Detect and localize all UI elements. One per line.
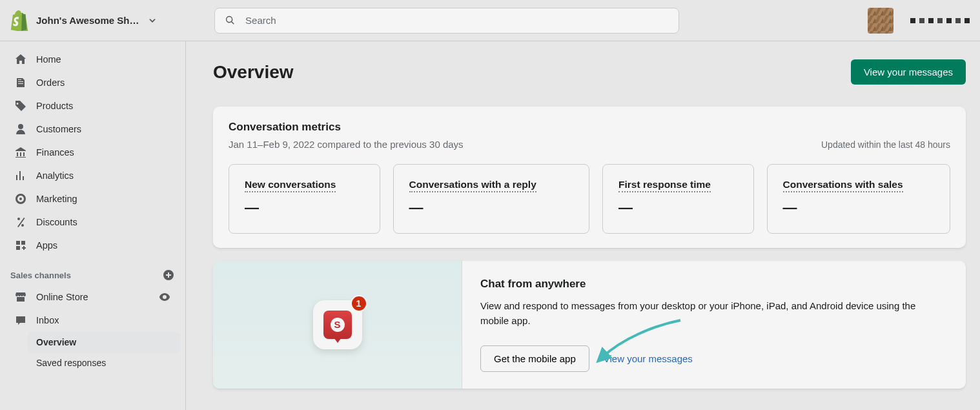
sidebar-item-inbox[interactable]: Inbox xyxy=(5,309,180,332)
metrics-date-range: Jan 11–Feb 9, 2022 compared to the previ… xyxy=(229,139,464,150)
orders-icon xyxy=(14,76,27,89)
sidebar-item-orders[interactable]: Orders xyxy=(5,71,180,94)
store-name: John's Awesome Sh… xyxy=(36,15,139,26)
sidebar: Home Orders Products Customers Finances … xyxy=(0,41,186,410)
metric-card: Conversations with sales — xyxy=(767,164,951,234)
metric-label: Conversations with sales xyxy=(783,179,903,192)
sidebar-item-label: Home xyxy=(36,54,61,65)
sidebar-item-label: Finances xyxy=(36,147,74,158)
sidebar-sub-overview[interactable]: Overview xyxy=(27,332,180,353)
sidebar-item-label: Orders xyxy=(36,77,65,88)
sidebar-item-label: Marketing xyxy=(36,194,77,204)
store-icon xyxy=(14,291,27,303)
search-bar[interactable] xyxy=(214,8,679,34)
sidebar-item-label: Products xyxy=(36,101,73,111)
metric-label: First response time xyxy=(618,179,711,192)
bank-icon xyxy=(14,146,27,159)
sidebar-item-label: Apps xyxy=(36,240,57,251)
apps-icon xyxy=(14,239,27,252)
view-messages-link[interactable]: View your messages xyxy=(604,353,693,364)
search-icon xyxy=(224,14,236,27)
promo-title: Chat from anywhere xyxy=(480,278,948,291)
metric-card: Conversations with a reply — xyxy=(393,164,590,234)
sidebar-item-label: Analytics xyxy=(36,170,74,181)
tag-icon xyxy=(14,99,27,112)
avatar[interactable] xyxy=(868,8,893,34)
target-icon xyxy=(14,192,27,205)
metric-value: — xyxy=(409,200,574,216)
user-menu-placeholder xyxy=(910,18,970,23)
sidebar-item-discounts[interactable]: Discounts xyxy=(5,210,180,234)
conversation-metrics-card: Conversation metrics Jan 11–Feb 9, 2022 … xyxy=(213,107,966,248)
home-icon xyxy=(14,53,27,66)
view-messages-button[interactable]: View your messages xyxy=(851,59,966,85)
discount-icon xyxy=(14,216,27,229)
metric-label: New conversations xyxy=(245,179,336,192)
metrics-updated-text: Updated within the last 48 hours xyxy=(821,139,950,150)
main-content: Overview View your messages Conversation… xyxy=(186,41,980,410)
promo-illustration: S 1 xyxy=(213,261,462,389)
view-store-icon[interactable] xyxy=(158,291,171,303)
sidebar-item-analytics[interactable]: Analytics xyxy=(5,164,180,187)
metric-value: — xyxy=(618,200,738,216)
inbox-icon xyxy=(14,314,27,327)
metric-label: Conversations with a reply xyxy=(409,179,536,192)
sidebar-item-label: Inbox xyxy=(36,315,59,325)
metric-value: — xyxy=(245,200,364,216)
metric-card: First response time — xyxy=(602,164,754,234)
chevron-down-icon xyxy=(147,15,158,26)
sidebar-item-label: Online Store xyxy=(36,292,88,302)
shopify-logo-icon xyxy=(10,10,28,31)
chat-anywhere-promo-card: S 1 Chat from anywhere View and respond … xyxy=(213,261,966,389)
sidebar-item-home[interactable]: Home xyxy=(5,48,180,71)
notification-badge: 1 xyxy=(351,295,367,312)
store-switcher[interactable]: John's Awesome Sh… xyxy=(10,10,178,31)
sidebar-item-label: Discounts xyxy=(36,217,77,227)
sidebar-item-marketing[interactable]: Marketing xyxy=(5,187,180,210)
sidebar-item-finances[interactable]: Finances xyxy=(5,141,180,164)
sidebar-sub-saved-responses[interactable]: Saved responses xyxy=(27,353,180,373)
person-icon xyxy=(14,123,27,136)
sidebar-item-products[interactable]: Products xyxy=(5,94,180,118)
metrics-section-title: Conversation metrics xyxy=(229,121,464,134)
add-channel-button[interactable] xyxy=(162,269,175,282)
analytics-icon xyxy=(14,169,27,182)
sidebar-item-online-store[interactable]: Online Store xyxy=(5,285,180,309)
promo-body-text: View and respond to messages from your d… xyxy=(480,298,926,329)
sales-channels-heading: Sales channels xyxy=(0,257,185,285)
sidebar-item-apps[interactable]: Apps xyxy=(5,234,180,257)
topbar: John's Awesome Sh… xyxy=(0,0,980,41)
get-mobile-app-button[interactable]: Get the mobile app xyxy=(480,345,589,372)
sidebar-item-customers[interactable]: Customers xyxy=(5,118,180,141)
metric-card: New conversations — xyxy=(229,164,380,234)
page-title: Overview xyxy=(213,62,294,83)
metric-value: — xyxy=(783,200,935,216)
search-input[interactable] xyxy=(244,14,669,26)
sidebar-item-label: Customers xyxy=(36,124,81,134)
